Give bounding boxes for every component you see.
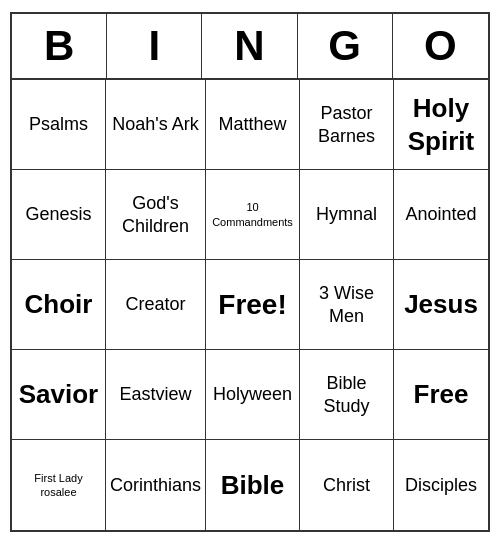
cell-text-5: Genesis [25, 203, 91, 226]
cell-text-9: Anointed [405, 203, 476, 226]
bingo-cell-6: God's Children [106, 170, 206, 260]
bingo-grid: PsalmsNoah's ArkMatthewPastor BarnesHoly… [12, 80, 488, 530]
bingo-cell-5: Genesis [12, 170, 106, 260]
bingo-cell-3: Pastor Barnes [300, 80, 394, 170]
header-letter-i: I [107, 14, 202, 78]
cell-text-15: Savior [19, 378, 99, 411]
cell-text-0: Psalms [29, 113, 88, 136]
cell-text-3: Pastor Barnes [304, 102, 389, 147]
cell-text-11: Creator [125, 293, 185, 316]
cell-text-24: Disciples [405, 474, 477, 497]
cell-text-19: Free [414, 378, 469, 411]
bingo-cell-0: Psalms [12, 80, 106, 170]
bingo-cell-10: Choir [12, 260, 106, 350]
bingo-cell-8: Hymnal [300, 170, 394, 260]
cell-text-14: Jesus [404, 288, 478, 321]
bingo-cell-21: Corinthians [106, 440, 206, 530]
cell-text-16: Eastview [119, 383, 191, 406]
bingo-cell-19: Free [394, 350, 488, 440]
bingo-cell-12: Free! [206, 260, 300, 350]
header-letter-o: O [393, 14, 488, 78]
cell-text-7: 10 Commandments [210, 200, 295, 229]
cell-text-8: Hymnal [316, 203, 377, 226]
bingo-cell-1: Noah's Ark [106, 80, 206, 170]
cell-text-1: Noah's Ark [112, 113, 198, 136]
bingo-card: BINGO PsalmsNoah's ArkMatthewPastor Barn… [10, 12, 490, 532]
cell-text-20: First Lady rosalee [16, 471, 101, 500]
header-letter-g: G [298, 14, 393, 78]
header-letter-n: N [202, 14, 297, 78]
bingo-cell-7: 10 Commandments [206, 170, 300, 260]
bingo-cell-16: Eastview [106, 350, 206, 440]
bingo-cell-23: Christ [300, 440, 394, 530]
bingo-cell-11: Creator [106, 260, 206, 350]
cell-text-6: God's Children [110, 192, 201, 237]
cell-text-2: Matthew [219, 113, 287, 136]
cell-text-21: Corinthians [110, 474, 201, 497]
bingo-cell-22: Bible [206, 440, 300, 530]
bingo-cell-17: Holyween [206, 350, 300, 440]
header-letter-b: B [12, 14, 107, 78]
bingo-cell-9: Anointed [394, 170, 488, 260]
cell-text-18: Bible Study [304, 372, 389, 417]
bingo-cell-14: Jesus [394, 260, 488, 350]
bingo-header: BINGO [12, 14, 488, 80]
cell-text-17: Holyween [213, 383, 292, 406]
cell-text-4: Holy Spirit [398, 92, 484, 157]
cell-text-23: Christ [323, 474, 370, 497]
cell-text-10: Choir [25, 288, 93, 321]
bingo-cell-13: 3 Wise Men [300, 260, 394, 350]
bingo-cell-4: Holy Spirit [394, 80, 488, 170]
bingo-cell-2: Matthew [206, 80, 300, 170]
bingo-cell-18: Bible Study [300, 350, 394, 440]
cell-text-22: Bible [221, 469, 285, 502]
bingo-cell-24: Disciples [394, 440, 488, 530]
cell-text-12: Free! [218, 287, 286, 322]
bingo-cell-15: Savior [12, 350, 106, 440]
cell-text-13: 3 Wise Men [304, 282, 389, 327]
bingo-cell-20: First Lady rosalee [12, 440, 106, 530]
